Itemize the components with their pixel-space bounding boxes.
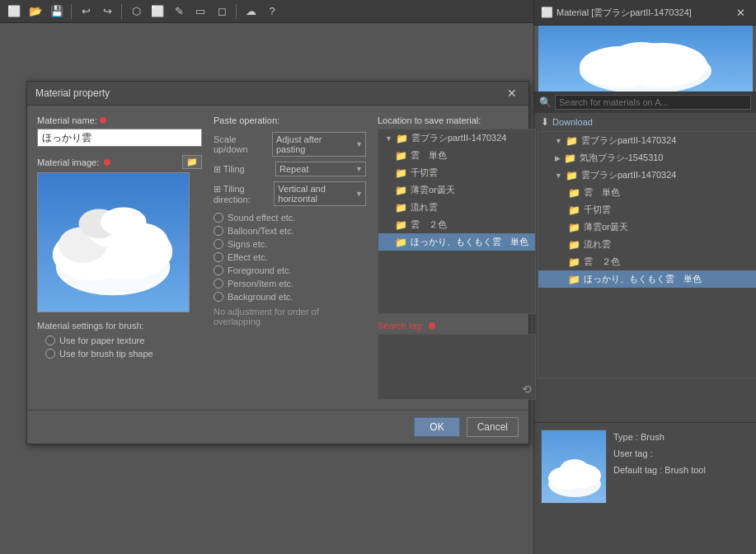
material-name-input[interactable] (37, 129, 202, 147)
material-name-label: Material name: (37, 115, 202, 125)
paste-row-scale: Scale up/down Adjust after pasting ▼ (214, 132, 366, 157)
download-label[interactable]: Download (552, 117, 593, 127)
right-panel: ⬜ Material [雲ブラシpartII-1470324] ✕ 🔍 ⬇ Do (533, 0, 756, 554)
folder-icon-9: 📁 (568, 274, 580, 285)
tree-item-5[interactable]: 📁 千切雲 (538, 201, 756, 218)
arrow-1: ▼ (385, 134, 392, 143)
right-panel-close[interactable]: ✕ (731, 3, 749, 21)
radio-label-6: Person/Item etc. (228, 279, 293, 289)
loc-tree-item-5[interactable]: 📁 流れ雲 (378, 199, 535, 216)
scale-select-wrapper[interactable]: Adjust after pasting ▼ (272, 132, 366, 157)
tree-item-8[interactable]: 📁 雲 ２色 (538, 253, 756, 270)
toolbar-btn-3[interactable]: 💾 (48, 2, 66, 21)
folder-icon-loc-4: 📁 (395, 185, 407, 196)
location-tree[interactable]: ▼ 📁 雲ブラシpartII-1470324 📁 雲 単色 📁 千切雲 📁 薄雲… (378, 129, 536, 314)
layer-order-group: Sound effect etc. Balloon/Text etc. Sign… (214, 213, 366, 302)
radio-dot-7[interactable] (214, 292, 223, 302)
tree-item-2[interactable]: ▶ 📁 気泡ブラシ-1545310 (538, 149, 756, 167)
radio-signs[interactable]: Signs etc. (214, 239, 366, 249)
toolbar-btn-10[interactable]: ? (263, 2, 281, 21)
dialog-close-button[interactable]: ✕ (504, 87, 520, 100)
radio-balloon-text[interactable]: Balloon/Text etc. (214, 226, 366, 236)
toolbar-btn-8[interactable]: ◻ (213, 2, 231, 21)
expand-arrow-2: ▶ (555, 154, 561, 162)
brush-option-2[interactable]: Use for brush tip shape (37, 349, 202, 359)
folder-icon-4: 📁 (568, 187, 580, 199)
direction-select-wrapper[interactable]: Vertical and horizontal ▼ (274, 181, 366, 206)
loc-label-6: 雲 ２色 (411, 218, 447, 231)
scale-select[interactable]: Adjust after pasting ▼ (272, 132, 366, 157)
radio-person-item[interactable]: Person/Item etc. (214, 279, 366, 289)
tree-item-7[interactable]: 📁 流れ雲 (538, 236, 756, 253)
tree-item-top[interactable]: ▼ 📁 雲ブラシpartII-1470324 (538, 132, 756, 149)
tag-refresh-icon[interactable]: ⟲ (522, 383, 532, 396)
scale-value: Adjust after pasting (276, 134, 352, 154)
search-input[interactable] (555, 95, 751, 110)
toolbar-btn-5[interactable]: ⬜ (148, 2, 167, 21)
tiling-select[interactable]: Repeat ▼ (275, 162, 366, 176)
radio-effect[interactable]: Effect etc. (214, 252, 366, 262)
folder-icon-2: 📁 (564, 153, 576, 164)
direction-select[interactable]: Vertical and horizontal ▼ (274, 181, 366, 206)
toolbar-btn-9[interactable]: ☁ (242, 2, 260, 21)
brush-option-1[interactable]: Use for paper texture (37, 336, 202, 345)
toolbar-btn-1[interactable]: ⬜ (5, 2, 23, 21)
radio-dot-3[interactable] (214, 239, 223, 249)
radio-dot-5[interactable] (214, 265, 223, 275)
loc-tree-item-1[interactable]: ▼ 📁 雲ブラシpartII-1470324 (378, 129, 535, 147)
thumb-preview (541, 430, 607, 504)
loc-tree-item-3[interactable]: 📁 千切雲 (378, 164, 535, 181)
image-browse-button[interactable]: 📁 (182, 155, 202, 169)
toolbar-btn-redo[interactable]: ↪ (98, 2, 116, 21)
search-tag-box[interactable]: ⟲ (378, 334, 536, 400)
svg-point-19 (101, 207, 146, 237)
radio-background[interactable]: Background etc. (214, 292, 366, 302)
folder-icon-loc-1: 📁 (396, 133, 408, 144)
ok-button[interactable]: OK (414, 417, 459, 437)
radio-label-7: Background etc. (228, 292, 293, 302)
toolbar-btn-7[interactable]: ▭ (191, 2, 209, 21)
loc-tree-item-2[interactable]: 📁 雲 単色 (378, 147, 535, 164)
user-tag-label: User tag : (613, 446, 706, 462)
direction-value: Vertical and horizontal (278, 184, 352, 204)
radio-sound-effect[interactable]: Sound effect etc. (214, 213, 366, 223)
download-icon: ⬇ (541, 116, 549, 128)
tree-item-9[interactable]: 📁 ほっかり、もくもく雲 単色 (538, 270, 756, 288)
radio-dot-4[interactable] (214, 252, 223, 262)
loc-tree-item-4[interactable]: 📁 薄雲or曇天 (378, 181, 535, 199)
dialog-title-bar: Material property ✕ (27, 82, 528, 106)
radio-brush-tip[interactable] (45, 349, 55, 359)
tree-item-label-9: ほっかり、もくもく雲 単色 (584, 273, 702, 285)
tiling-select-wrapper[interactable]: Repeat ▼ (275, 162, 366, 176)
tree-item-label-2: 気泡ブラシ-1545310 (580, 152, 664, 164)
folder-icon-6: 📁 (568, 222, 580, 233)
toolbar-btn-2[interactable]: 📂 (26, 2, 45, 21)
tree-item-label-3: 雲ブラシpartII-1470324 (581, 169, 677, 181)
radio-dot-1[interactable] (214, 213, 223, 223)
toolbar-btn-undo[interactable]: ↩ (77, 2, 95, 21)
loc-tree-item-6[interactable]: 📁 雲 ２色 (378, 216, 535, 233)
radio-dot-2[interactable] (214, 226, 223, 236)
radio-paper-texture[interactable] (45, 336, 55, 345)
download-bar: ⬇ Download (534, 113, 756, 131)
right-panel-tree[interactable]: ▼ 📁 雲ブラシpartII-1470324 ▶ 📁 気泡ブラシ-1545310… (538, 131, 756, 378)
location-column: Location to save material: ▼ 📁 雲ブラシpartI… (378, 115, 536, 400)
folder-icon-loc-5: 📁 (395, 202, 407, 214)
toolbar-btn-6[interactable]: ✎ (170, 2, 188, 21)
no-adjustment-label: No adjustment for order of overlapping. (214, 307, 366, 326)
scale-arrow: ▼ (355, 140, 363, 148)
tree-item-label-1: 雲ブラシpartII-1470324 (581, 134, 677, 147)
radio-dot-6[interactable] (214, 279, 223, 289)
tree-item-6[interactable]: 📁 薄雲or曇天 (538, 218, 756, 236)
tree-item-3[interactable]: ▼ 📁 雲ブラシpartII-1470324 (538, 167, 756, 184)
cancel-button[interactable]: Cancel (467, 417, 519, 437)
material-image-label: Material image: 📁 (37, 155, 202, 169)
loc-tree-item-7[interactable]: 📁 ほっかり、もくもく雲 単色 (378, 233, 535, 251)
tree-item-4[interactable]: 📁 雲 単色 (538, 184, 756, 201)
tiling-value: Repeat (279, 164, 308, 174)
toolbar-btn-4[interactable]: ⬡ (127, 2, 145, 21)
radio-label-1: Sound effect etc. (228, 213, 295, 223)
tree-item-label-6: 薄雲or曇天 (584, 221, 628, 233)
radio-foreground[interactable]: Foreground etc. (214, 265, 366, 275)
expand-arrow-3: ▼ (555, 171, 562, 180)
